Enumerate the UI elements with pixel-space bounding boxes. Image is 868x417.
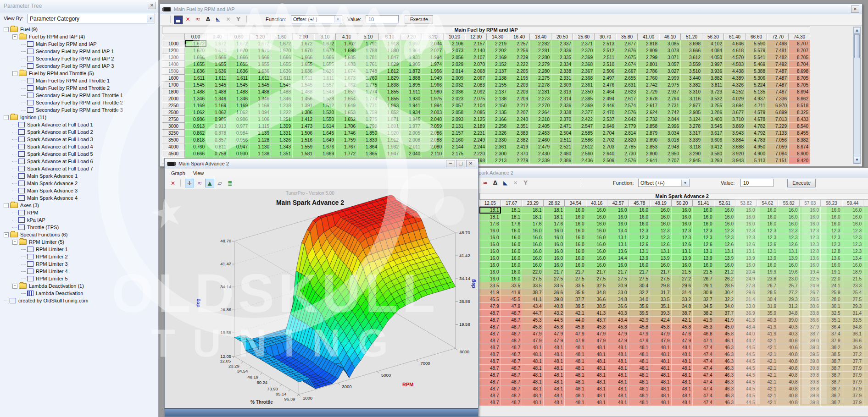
view-by-select[interactable]: Parameter Category▼ — [28, 14, 155, 23]
spark-cell[interactable]: 37.9 — [863, 392, 868, 399]
spark-col-header[interactable]: 54.62 — [757, 200, 779, 207]
fuel-cell[interactable]: 2.631 — [616, 82, 638, 88]
fuel-cell[interactable]: 4.711 — [746, 102, 767, 109]
fuel-cell[interactable]: 2.617 — [638, 102, 659, 109]
fuel-cell[interactable]: 2.205 — [508, 68, 530, 75]
spark-cell[interactable]: 16.0 — [544, 255, 565, 262]
spark-cell[interactable]: 16.0 — [842, 207, 864, 214]
fuel-cell[interactable]: 2.005 — [401, 130, 422, 137]
axes-icon[interactable]: ≣ — [225, 179, 234, 187]
fuel-cell[interactable]: 1.829 — [379, 61, 401, 68]
spark-cell[interactable]: 30.6 — [800, 303, 821, 310]
spark-cell[interactable]: 16.0 — [800, 262, 821, 269]
spark-cell[interactable]: 48.7 — [479, 372, 501, 379]
fuel-cell[interactable]: 3.882 — [702, 75, 724, 82]
fuel-cell[interactable]: 1.775 — [357, 116, 379, 123]
fuel-cell[interactable]: 1.674 — [336, 68, 357, 75]
spark-cell[interactable]: 47.1 — [693, 337, 714, 344]
spark-cell[interactable]: 48.1 — [629, 344, 651, 351]
tree-item[interactable]: RPM Limiter 4 — [1, 268, 157, 275]
fuel-cell[interactable]: 1.636 — [228, 68, 250, 75]
fuel-cell[interactable]: 1.775 — [357, 82, 379, 88]
spark-cell[interactable]: 48.1 — [672, 399, 693, 406]
fuel-cell[interactable]: 2.655 — [616, 75, 638, 82]
spark-cell[interactable]: 16.0 — [735, 262, 757, 269]
scales-icon[interactable]: Δ — [491, 179, 499, 187]
spark-cell[interactable]: 48.1 — [522, 385, 544, 392]
spark-cell[interactable]: 42.9 — [629, 317, 651, 324]
spark-cell[interactable]: 16.0 — [735, 214, 757, 220]
spark-cell[interactable]: 46.3 — [714, 351, 736, 358]
fuel-cell[interactable]: 2.704 — [595, 130, 616, 137]
fuel-cell[interactable]: 2.140 — [465, 47, 487, 54]
fuel-cell[interactable]: 4.937 — [746, 95, 767, 102]
fuel-col-header[interactable]: 46.10 — [659, 33, 681, 40]
fuel-cell[interactable]: 2.453 — [530, 130, 551, 137]
spark-cell[interactable]: 48.1 — [544, 392, 565, 399]
fuel-cell[interactable]: 2.058 — [444, 109, 465, 116]
fuel-cell[interactable]: 3.027 — [659, 68, 681, 75]
spark-cell[interactable]: 38.7 — [821, 385, 842, 392]
fuel-cell[interactable]: 8.707 — [789, 40, 810, 47]
fuel-cell[interactable]: 2.326 — [487, 130, 508, 137]
spark-cell[interactable]: 41.9 — [757, 330, 779, 337]
fuel-row-header[interactable]: 1400 — [162, 61, 185, 68]
spark-cell[interactable]: 12.3 — [735, 234, 757, 241]
fuel-cell[interactable]: 2.088 — [422, 137, 444, 143]
fuel-cell[interactable]: 2.786 — [638, 68, 659, 75]
spark-cell[interactable]: 40.3 — [778, 330, 800, 337]
expand-collapse-icon[interactable]: − — [12, 240, 17, 245]
spark-cell[interactable]: 44.5 — [735, 399, 757, 406]
spark-cell[interactable]: 45.8 — [672, 324, 693, 330]
fuel-col-header[interactable]: 74.30 — [789, 33, 810, 40]
spark-cell[interactable]: 13.9 — [693, 255, 714, 262]
fuel-cell[interactable]: 1.662 — [336, 82, 357, 88]
spark-cell[interactable]: 29.1 — [693, 282, 714, 289]
spark-cell[interactable]: 36.9 — [842, 344, 864, 351]
spark-cell[interactable]: 23.3 — [842, 282, 864, 289]
fuel-cell[interactable]: 2.729 — [638, 88, 659, 95]
fuel-col-header[interactable]: 25.60 — [573, 33, 595, 40]
spark-cell[interactable]: 39.8 — [800, 392, 821, 399]
spark-cell[interactable]: 38.7 — [821, 365, 842, 372]
spark-cell[interactable]: 38.5 — [821, 351, 842, 358]
spark-col-header[interactable]: 12.05 — [479, 200, 501, 207]
fuel-cell[interactable]: 2.731 — [659, 102, 681, 109]
fuel-col-header[interactable]: 8.20 — [422, 33, 444, 40]
spark-cell[interactable]: 48.7 — [501, 372, 523, 379]
fuel-cell[interactable]: 2.576 — [616, 157, 638, 164]
spark-cell[interactable]: 17.6 — [501, 220, 523, 227]
fuel-cell[interactable]: 8.455 — [789, 130, 810, 137]
spark-cell[interactable]: 16.0 — [501, 262, 523, 269]
fuel-cell[interactable]: 4.503 — [724, 61, 746, 68]
fuel-cell[interactable]: 2.175 — [444, 150, 465, 157]
spark-cell[interactable]: 48.1 — [544, 372, 565, 379]
fuel-cell[interactable]: 2.367 — [573, 68, 595, 75]
fuel-cell[interactable]: 2.779 — [616, 123, 638, 130]
fuel-cell[interactable]: 2.189 — [465, 123, 487, 130]
spark-cell[interactable]: 21.7 — [607, 269, 629, 275]
spark-cell[interactable]: 27.5 — [650, 275, 672, 282]
spark-cell[interactable]: 12.3 — [863, 234, 868, 241]
fuel-cell[interactable]: 1.545 — [250, 82, 271, 88]
fuel-cell[interactable]: 1.934 — [401, 109, 422, 116]
fuel-cell[interactable]: 3.811 — [702, 82, 724, 88]
fuel-cell[interactable]: 7.059 — [767, 143, 789, 150]
spark-cell[interactable]: 32.2 — [629, 289, 651, 296]
delete-icon[interactable]: ✕ — [184, 16, 192, 23]
spark-cell[interactable]: 13.4 — [607, 227, 629, 234]
fuel-cell[interactable]: 1.655 — [185, 61, 206, 68]
spark-cell[interactable]: 45.8 — [629, 324, 651, 330]
spark-cell[interactable]: 27.5 — [586, 275, 608, 282]
spark-cell[interactable]: 16.0 — [586, 255, 608, 262]
fuel-cell[interactable]: 4.570 — [724, 54, 746, 61]
menu-graph[interactable]: Graph — [171, 170, 185, 176]
fuel-cell[interactable]: 8.662 — [789, 95, 810, 102]
fuel-cell[interactable]: 2.521 — [551, 143, 573, 150]
tree-item[interactable]: Spark Advance at Full Load 5 — [1, 150, 157, 158]
fuel-cell[interactable]: 1.488 — [250, 88, 271, 95]
fuel-cell[interactable]: 2.497 — [595, 75, 616, 82]
spark-cell[interactable]: 16.0 — [863, 214, 868, 220]
fuel-cell[interactable]: 1.309 — [271, 123, 293, 130]
fuel-cell[interactable]: 1.139 — [250, 130, 271, 137]
